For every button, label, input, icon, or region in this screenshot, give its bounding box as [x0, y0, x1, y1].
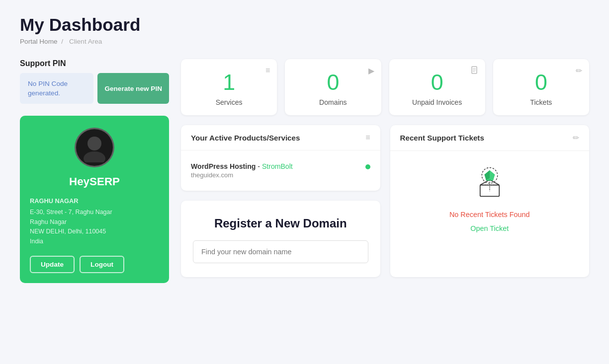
- generate-pin-button[interactable]: Generate new PIN: [97, 73, 169, 104]
- profile-address: RAGHU NAGAR E-30, Street - 7, Raghu Naga…: [30, 196, 159, 247]
- pin-display: No PIN Code generated.: [20, 73, 93, 104]
- stats-row: ≡ 1 Services ▶ 0 Domains: [181, 59, 589, 115]
- avatar-image: [80, 133, 109, 162]
- breadcrumb-current: Client Area: [69, 38, 102, 45]
- active-products-title: Your Active Products/Services: [191, 134, 300, 142]
- service-product-name: WordPress Hosting: [191, 162, 256, 170]
- svg-point-1: [84, 151, 105, 162]
- active-products-header: Your Active Products/Services ≡: [181, 125, 380, 150]
- avatar-wrap: [30, 128, 159, 167]
- domain-panel-title: Register a New Domain: [193, 217, 368, 230]
- pin-box: No PIN Code generated. Generate new PIN: [20, 73, 169, 104]
- breadcrumb: Portal Home / Client Area: [20, 38, 589, 45]
- tickets-icon: ✏: [576, 66, 582, 75]
- support-tickets-panel: Recent Support Tickets ✏: [390, 125, 590, 277]
- update-button[interactable]: Update: [30, 256, 75, 273]
- service-status-indicator: [365, 164, 370, 169]
- open-ticket-link[interactable]: Open Ticket: [470, 224, 509, 232]
- avatar: [75, 128, 114, 167]
- tickets-body: No Recent Tickets Found Open Ticket: [390, 151, 590, 247]
- stat-card-domains[interactable]: ▶ 0 Domains: [285, 59, 381, 115]
- no-tickets-text: No Recent Tickets Found: [449, 211, 530, 218]
- svg-point-0: [87, 137, 101, 150]
- bottom-row: Your Active Products/Services ≡ WordPres…: [181, 125, 589, 277]
- left-column: Support PIN No PIN Code generated. Gener…: [20, 59, 169, 283]
- page-title: My Dashboard: [20, 15, 589, 35]
- tickets-header: Recent Support Tickets ✏: [390, 125, 590, 151]
- service-separator: -: [258, 162, 262, 170]
- address-line3: NEW DELHI, Delhi, 110045: [30, 227, 159, 237]
- address-line2: Raghu Nagar: [30, 218, 159, 227]
- stat-card-services[interactable]: ≡ 1 Services: [181, 59, 277, 115]
- logout-button[interactable]: Logout: [80, 256, 124, 273]
- active-products-panel: Your Active Products/Services ≡ WordPres…: [181, 125, 380, 191]
- invoices-icon: [471, 66, 478, 76]
- tickets-panel-icon: ✏: [573, 133, 579, 143]
- no-tickets-icon: [472, 166, 507, 201]
- stat-card-invoices[interactable]: 0 Unpaid Invoices: [389, 59, 485, 115]
- tickets-label: Tickets: [501, 98, 581, 106]
- document-icon: [471, 66, 478, 74]
- services-icon: ≡: [265, 66, 270, 75]
- active-products-body: WordPress Hosting - StromBolt theguidex.…: [181, 150, 380, 191]
- support-pin-section: Support PIN No PIN Code generated. Gener…: [20, 59, 169, 104]
- profile-name: HeySERP: [30, 175, 159, 188]
- domains-count: 0: [293, 70, 373, 94]
- address-line1: E-30, Street - 7, Raghu Nagar: [30, 208, 159, 218]
- service-item[interactable]: WordPress Hosting - StromBolt theguidex.…: [191, 158, 370, 183]
- profile-actions: Update Logout: [30, 256, 159, 273]
- breadcrumb-separator: /: [61, 38, 63, 45]
- breadcrumb-home[interactable]: Portal Home: [20, 38, 58, 45]
- service-provider-link[interactable]: StromBolt: [262, 162, 293, 170]
- services-count: 1: [189, 70, 269, 94]
- invoices-label: Unpaid Invoices: [397, 98, 477, 106]
- stat-card-tickets[interactable]: ✏ 0 Tickets: [493, 59, 589, 115]
- domains-icon: ▶: [368, 66, 374, 75]
- service-domain: theguidex.com: [191, 171, 293, 179]
- right-column: ≡ 1 Services ▶ 0 Domains: [181, 59, 589, 283]
- profile-card: HeySERP RAGHU NAGAR E-30, Street - 7, Ra…: [20, 116, 169, 283]
- tickets-count: 0: [501, 70, 581, 94]
- active-products-icon: ≡: [365, 133, 370, 142]
- domains-label: Domains: [293, 98, 373, 106]
- services-label: Services: [189, 98, 269, 106]
- address-name: RAGHU NAGAR: [30, 196, 159, 206]
- address-country: India: [30, 237, 159, 247]
- domain-search-input[interactable]: [193, 240, 368, 263]
- service-name: WordPress Hosting - StromBolt: [191, 162, 293, 170]
- support-pin-label: Support PIN: [20, 59, 169, 68]
- service-info: WordPress Hosting - StromBolt theguidex.…: [191, 162, 293, 179]
- invoices-count: 0: [397, 70, 477, 94]
- tickets-panel-title: Recent Support Tickets: [400, 134, 484, 142]
- domain-register-panel: Register a New Domain: [181, 201, 380, 277]
- bottom-panels-left: Your Active Products/Services ≡ WordPres…: [181, 125, 380, 277]
